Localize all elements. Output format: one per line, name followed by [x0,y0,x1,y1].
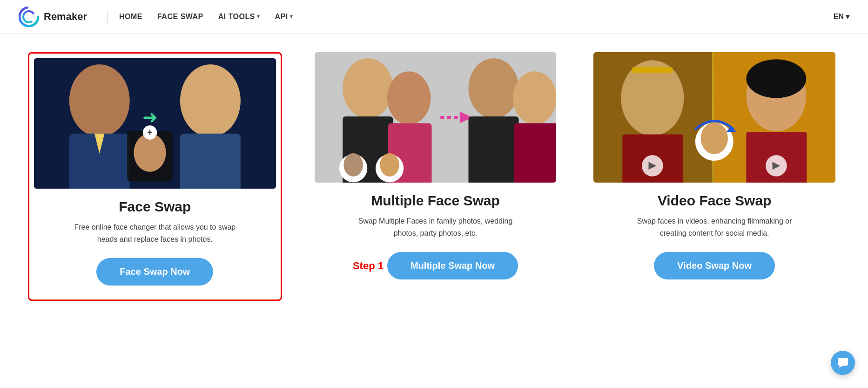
video-face-swap-title: Video Face Swap [658,193,772,209]
chat-bubble[interactable] [831,351,855,375]
svg-rect-7 [180,134,241,189]
nav-api[interactable]: API ▾ [275,13,293,21]
svg-point-34 [747,59,807,98]
face-swap-image: ➜ + [34,58,276,189]
chat-icon [837,357,849,369]
video-face-swap-desc: Swap faces in videos, enhancing filmmaki… [631,215,798,239]
video-face-swap-image [593,52,835,183]
nav-ai-tools[interactable]: AI TOOLS ▾ [218,13,260,21]
svg-text:➜: ➜ [142,107,158,127]
logo-icon [19,7,39,27]
multiple-face-swap-desc: Swap Multiple Faces in family photos, we… [352,215,519,239]
lang-chevron: ▾ [846,12,849,21]
svg-point-37 [701,122,728,154]
multiple-swap-button[interactable]: Multiple Swap Now [387,252,518,279]
multiple-face-swap-image [315,52,557,183]
ai-tools-chevron: ▾ [257,14,260,20]
face-swap-desc: Free online face changer that allows you… [71,221,239,245]
face-swap-card: ➜ + Face Swap Free online face changer t… [28,52,282,301]
step-label: Step 1 [353,260,384,272]
svg-rect-21 [468,116,518,183]
logo-area[interactable]: Remaker [19,7,87,27]
svg-point-25 [343,153,363,177]
logo-text: Remaker [44,11,87,23]
svg-point-6 [180,64,241,137]
api-chevron: ▾ [290,14,293,20]
svg-text:+: + [147,127,152,137]
nav-home[interactable]: HOME [119,13,142,21]
svg-point-27 [380,153,399,177]
svg-point-22 [513,71,557,124]
lang-selector[interactable]: EN ▾ [834,12,849,21]
video-swap-button[interactable]: Video Swap Now [654,252,775,279]
svg-rect-30 [632,67,673,73]
navbar: Remaker HOME FACE SWAP AI TOOLS ▾ API ▾ … [0,0,868,34]
multiple-face-swap-title: Multiple Face Swap [371,193,500,209]
video-face-swap-card: Video Face Swap Swap faces in videos, en… [589,52,840,293]
svg-point-14 [343,58,393,118]
svg-rect-43 [838,358,848,366]
svg-point-1 [21,9,37,24]
svg-point-20 [468,58,518,118]
main-content: ➜ + Face Swap Free online face changer t… [0,34,868,320]
nav-links: HOME FACE SWAP AI TOOLS ▾ API ▾ [119,13,834,21]
multiple-face-swap-card: Multiple Face Swap Swap Multiple Faces i… [310,52,561,293]
svg-point-16 [387,71,431,124]
nav-face-swap[interactable]: FACE SWAP [157,13,203,21]
svg-point-3 [69,64,130,137]
svg-rect-23 [514,123,556,183]
nav-divider [108,10,108,23]
svg-marker-44 [839,366,843,368]
face-swap-button[interactable]: Face Swap Now [96,258,213,286]
face-swap-title: Face Swap [119,199,191,215]
